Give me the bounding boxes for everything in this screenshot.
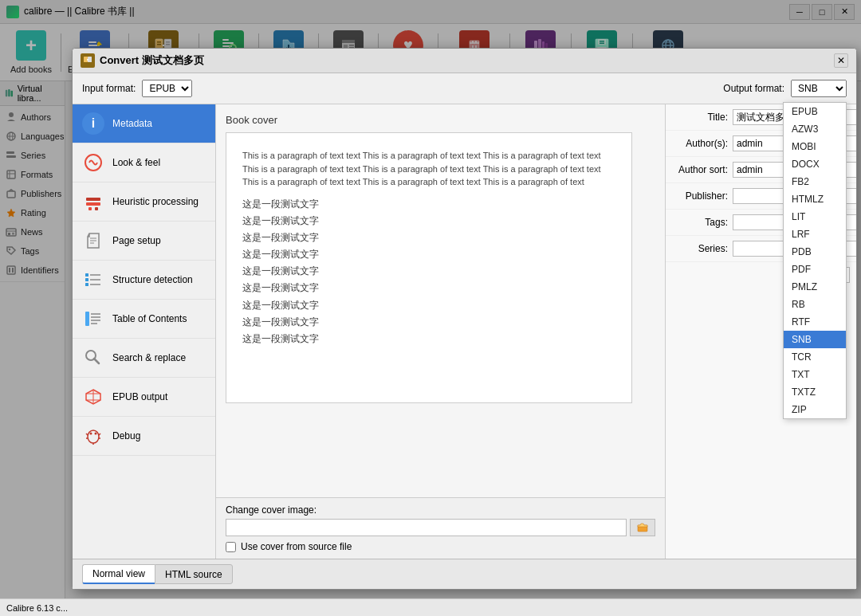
cn-line-9: 这是一段测试文字 [242, 332, 615, 347]
heuristic-nav-icon [81, 189, 106, 214]
svg-rect-75 [85, 273, 88, 277]
cn-line-6: 这是一段测试文字 [242, 281, 615, 296]
format-option-mobi[interactable]: MOBI [784, 138, 846, 155]
nav-debug[interactable]: Debug [73, 417, 215, 456]
html-source-btn[interactable]: HTML source [155, 564, 233, 584]
nav-metadata-label: Metadata [112, 118, 152, 129]
format-dropdown: EPUB AZW3 MOBI DOCX FB2 HTMLZ LIT LRF PD… [783, 102, 847, 419]
input-format-select[interactable]: EPUB [142, 80, 192, 97]
format-option-azw3[interactable]: AZW3 [784, 120, 846, 138]
cn-line-3: 这是一段测试文字 [242, 230, 615, 245]
svg-point-94 [90, 433, 92, 435]
format-option-snb[interactable]: SNB [784, 331, 846, 348]
svg-line-96 [86, 434, 88, 435]
publisher-label: Publisher: [672, 190, 728, 202]
svg-rect-68 [86, 202, 100, 206]
look-feel-nav-icon [81, 150, 106, 175]
nav-debug-label: Debug [112, 430, 140, 441]
format-option-rb[interactable]: RB [784, 296, 846, 313]
svg-point-93 [88, 430, 99, 443]
format-option-pmlz[interactable]: PMLZ [784, 278, 846, 296]
format-option-zip[interactable]: ZIP [784, 401, 846, 418]
svg-rect-81 [85, 312, 89, 326]
nav-search-replace[interactable]: Search & replace [73, 339, 215, 378]
nav-epub-output[interactable]: EPUB output [73, 378, 215, 417]
authors-form-label: Author(s): [672, 138, 728, 149]
nav-metadata[interactable]: i Metadata [73, 104, 215, 143]
cn-line-5: 这是一段测试文字 [242, 264, 615, 279]
cn-line-1: 这是一段测试文字 [242, 197, 615, 212]
nav-toc[interactable]: Table of Contents [73, 300, 215, 339]
input-format-label: Input format: [82, 83, 136, 94]
nav-epub-output-label: EPUB output [112, 391, 167, 402]
format-option-lrf[interactable]: LRF [784, 226, 846, 243]
format-option-fb2[interactable]: FB2 [784, 173, 846, 190]
book-cover-title: Book cover [226, 114, 655, 126]
svg-rect-71 [95, 207, 98, 210]
series-form-label: Series: [672, 243, 728, 254]
page-setup-nav-icon [81, 228, 106, 253]
format-option-txtz[interactable]: TXTZ [784, 383, 846, 401]
cover-input-row [226, 519, 655, 536]
format-option-docx[interactable]: DOCX [784, 155, 846, 173]
use-source-label: Use cover from source file [241, 541, 352, 552]
nav-look-feel-label: Look & feel [112, 157, 160, 168]
use-source-row: Use cover from source file [226, 541, 655, 552]
nav-toc-label: Table of Contents [112, 313, 187, 324]
browse-cover-button[interactable] [630, 519, 655, 536]
view-toggle-group: Normal view HTML source [82, 564, 233, 584]
format-option-txt[interactable]: TXT [784, 366, 846, 383]
nav-look-feel[interactable]: Look & feel [73, 143, 215, 182]
format-option-epub[interactable]: EPUB [784, 103, 846, 120]
epub-output-nav-icon [81, 384, 106, 410]
modal-footer: Normal view HTML source [73, 559, 856, 589]
nav-structure-label: Structure detection [112, 274, 193, 285]
change-cover-label: Change cover image: [226, 504, 655, 516]
modal-title-text: Convert 测试文档多页 [100, 53, 204, 68]
output-format-select[interactable]: SNB [791, 80, 847, 97]
nav-page-setup-label: Page setup [112, 235, 161, 246]
modal-bottom-cover: Change cover image: Use cover from sourc… [216, 497, 665, 559]
svg-rect-76 [85, 278, 88, 281]
convert-dialog: Convert 测试文档多页 ✕ Input format: EPUB Outp… [72, 48, 857, 590]
format-option-tcr[interactable]: TCR [784, 348, 846, 366]
nav-page-setup[interactable]: Page setup [73, 222, 215, 261]
tags-form-label: Tags: [672, 217, 728, 228]
output-format-container: SNB EPUB AZW3 MOBI DOCX FB2 HTMLZ LIT LR… [791, 80, 847, 97]
nav-search-replace-label: Search & replace [112, 352, 186, 363]
modal-titlebar: Convert 测试文档多页 ✕ [73, 49, 856, 73]
nav-heuristic[interactable]: Heuristic processing [73, 182, 215, 222]
title-label: Title: [672, 112, 728, 123]
svg-line-87 [94, 359, 99, 363]
format-option-pdf[interactable]: PDF [784, 261, 846, 278]
use-source-checkbox[interactable] [226, 542, 236, 552]
modal-title-area: Convert 测试文档多页 [81, 53, 204, 68]
svg-line-97 [99, 434, 100, 435]
metadata-nav-icon: i [81, 111, 106, 136]
format-option-htmlz[interactable]: HTMLZ [784, 190, 846, 208]
cn-line-8: 这是一段测试文字 [242, 315, 615, 330]
modal-close-button[interactable]: ✕ [834, 53, 848, 68]
modal-body: i Metadata Look & feel [73, 104, 856, 559]
modal-overlay: Convert 测试文档多页 ✕ Input format: EPUB Outp… [0, 0, 861, 616]
format-option-lit[interactable]: LIT [784, 208, 846, 226]
output-format-label: Output format: [723, 83, 784, 94]
cover-path-input[interactable] [226, 519, 627, 536]
modal-nav: i Metadata Look & feel [73, 104, 216, 559]
svg-rect-77 [85, 283, 88, 286]
structure-nav-icon [81, 267, 106, 292]
format-option-pdb[interactable]: PDB [784, 243, 846, 261]
book-cover-display: This is a paragraph of text text This is… [226, 132, 632, 403]
nav-heuristic-label: Heuristic processing [112, 196, 199, 207]
modal-icon [81, 53, 95, 68]
cn-line-2: 这是一段测试文字 [242, 214, 615, 229]
folder-icon [637, 522, 648, 533]
svg-point-95 [95, 433, 97, 435]
normal-view-btn[interactable]: Normal view [82, 564, 155, 584]
statusbar: Calibre 6.13 c... [0, 598, 861, 616]
format-option-rtf[interactable]: RTF [784, 313, 846, 331]
nav-structure[interactable]: Structure detection [73, 261, 215, 300]
svg-rect-69 [86, 198, 100, 201]
modal-top-bar: Input format: EPUB Output format: SNB EP… [73, 73, 856, 104]
cover-cn-lines: 这是一段测试文字 这是一段测试文字 这是一段测试文字 这是一段测试文字 这是一段… [242, 197, 615, 347]
